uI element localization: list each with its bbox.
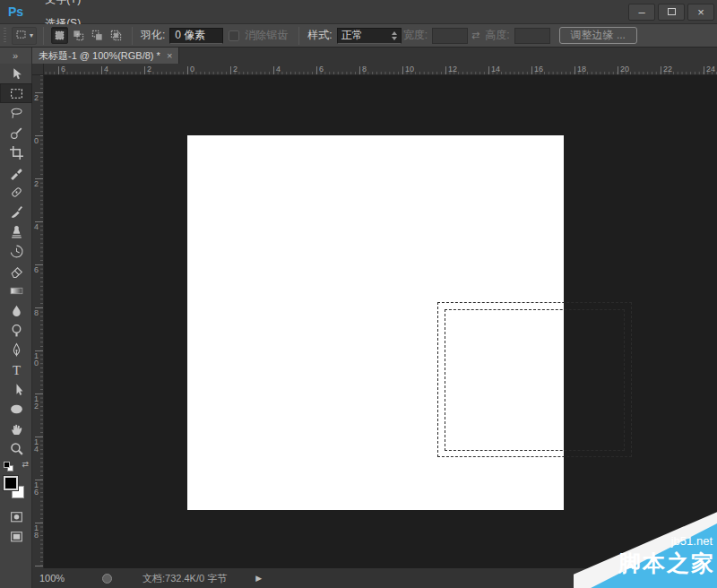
style-label: 样式: <box>307 28 332 43</box>
quick-mask-icon <box>9 509 24 524</box>
ps-logo: Ps <box>8 4 23 19</box>
antialias-label: 消除锯齿 <box>245 28 288 43</box>
watermark-site-name: 脚本之家 <box>618 549 715 578</box>
ruler-corner <box>32 64 44 75</box>
h-ruler-label: 6 <box>61 65 65 74</box>
window-controls: – × <box>628 0 717 24</box>
lasso-tool[interactable] <box>0 103 32 123</box>
separator <box>132 27 133 45</box>
blur-tool[interactable] <box>0 300 32 320</box>
v-ruler-label: 1 6 <box>34 481 39 496</box>
quick-selection-tool[interactable] <box>0 123 32 143</box>
v-ruler-label: 8 <box>34 309 39 316</box>
v-ruler-label: 0 <box>34 137 39 144</box>
dodge-tool[interactable] <box>0 320 32 340</box>
watermark: jb51.net 脚本之家 <box>574 507 717 588</box>
h-ruler-label: 2 <box>233 65 238 74</box>
h-ruler-label: 0 <box>190 65 194 74</box>
chevron-down-icon: ▾ <box>30 31 33 39</box>
status-menu-icon[interactable] <box>102 574 112 584</box>
hand-tool[interactable] <box>0 419 32 438</box>
eyedropper-tool[interactable] <box>0 162 32 182</box>
h-ruler-label: 4 <box>276 65 281 74</box>
crop-tool[interactable] <box>0 143 32 162</box>
new-selection-mode-button[interactable] <box>51 27 68 44</box>
pen-tool[interactable] <box>0 340 32 359</box>
healing-brush-tool[interactable] <box>0 182 32 202</box>
rectangular-marquee-tool[interactable] <box>0 83 32 103</box>
close-button[interactable]: × <box>687 4 714 21</box>
brush-tool[interactable] <box>0 202 32 221</box>
swap-colors-icon[interactable]: ⇄ <box>22 460 29 469</box>
screen-mode-icon <box>9 529 24 544</box>
h-ruler-label: 18 <box>577 65 586 74</box>
width-label: 宽度: <box>403 28 428 43</box>
screen-mode-button[interactable] <box>0 526 32 546</box>
v-ruler-label: 1 0 <box>34 352 39 367</box>
options-bar-grip[interactable] <box>4 28 6 44</box>
watermark-site-url: jb51.net <box>671 534 713 548</box>
v-ruler-label: 1 8 <box>34 524 39 539</box>
default-colors-icon[interactable] <box>4 462 14 472</box>
document-tab[interactable]: 未标题-1 @ 100%(RGB/8) * × <box>32 48 179 64</box>
swap-dimensions-icon[interactable]: ⇄ <box>471 30 479 41</box>
status-flyout-arrow-icon[interactable]: ▶ <box>255 574 262 583</box>
default-foreground-chip <box>4 462 10 468</box>
menu-item-4[interactable]: 文字(Y) <box>36 0 92 12</box>
selection-marching-ants-inner <box>445 309 625 451</box>
tab-bar: » 未标题-1 @ 100%(RGB/8) * × <box>0 48 717 64</box>
options-bar: ▾ 羽化: 消除锯齿 样式: 正常 宽度: ⇄ 高度: 调整边缘 ... <box>0 24 717 48</box>
v-ruler-label: 1 4 <box>34 438 39 453</box>
h-ruler-label: 8 <box>362 65 367 74</box>
zoom-tool[interactable] <box>0 438 32 458</box>
document-size-info[interactable]: 文档:732.4K/0 字节 <box>143 572 227 585</box>
svg-text:T: T <box>12 362 20 376</box>
antialias-checkbox[interactable] <box>229 30 239 41</box>
move-tool[interactable] <box>0 64 32 83</box>
minimize-button[interactable]: – <box>628 4 655 21</box>
h-ruler-label: 2 <box>147 65 151 74</box>
type-tool[interactable]: T <box>0 359 32 379</box>
foreground-swatch[interactable] <box>4 476 18 490</box>
refine-edge-button[interactable]: 调整边缘 ... <box>559 27 637 44</box>
h-ruler-label: 22 <box>663 65 672 74</box>
document-canvas[interactable] <box>187 135 564 510</box>
tab-close-icon[interactable]: × <box>167 50 172 61</box>
document-tab-title: 未标题-1 @ 100%(RGB/8) * <box>39 49 160 63</box>
v-ruler-label: 1 2 <box>34 395 39 410</box>
maximize-button[interactable] <box>658 4 685 21</box>
clone-stamp-tool[interactable] <box>0 221 32 241</box>
h-ruler-label: 14 <box>491 65 500 74</box>
stepper-arrows-icon <box>392 31 397 40</box>
v-ruler-label: 2 <box>34 180 39 187</box>
selection-mode-group <box>50 27 125 44</box>
height-input[interactable] <box>514 28 550 44</box>
subtract-selection-mode-button[interactable] <box>89 27 106 44</box>
history-brush-tool[interactable] <box>0 241 32 261</box>
h-ruler-label: 24 <box>706 65 715 74</box>
separator <box>43 27 44 45</box>
tool-preset-dropdown[interactable]: ▾ <box>12 27 37 45</box>
toolbar-collapse-button[interactable]: » <box>0 48 32 64</box>
path-selection-tool[interactable] <box>0 379 32 399</box>
v-ruler-label: 2 <box>34 94 39 101</box>
menu-bar: Ps 文件(F)编辑(E)图像(I)图层(L)文字(Y)选择(S)滤镜(T)视图… <box>0 0 717 24</box>
status-zoom-field[interactable]: 100% <box>39 573 79 584</box>
width-input[interactable] <box>432 28 468 44</box>
quick-mask-button[interactable] <box>0 506 32 526</box>
tools-panel: T ⇄ <box>0 64 32 588</box>
intersect-selection-mode-button[interactable] <box>108 27 125 44</box>
eraser-tool[interactable] <box>0 261 32 281</box>
vertical-ruler: 2024681 01 21 41 61 82 0 <box>32 75 44 568</box>
h-ruler-label: 6 <box>319 65 324 74</box>
horizontal-ruler: 642024681012141618202224 <box>44 64 717 75</box>
height-label: 高度: <box>485 28 509 43</box>
add-selection-mode-button[interactable] <box>70 27 87 44</box>
ellipse-tool[interactable] <box>0 399 32 419</box>
marquee-preset-icon <box>15 29 27 43</box>
feather-input[interactable] <box>169 28 223 44</box>
style-select-value: 正常 <box>341 28 363 43</box>
gradient-tool[interactable] <box>0 281 32 300</box>
separator <box>298 27 299 45</box>
style-select[interactable]: 正常 <box>337 28 402 44</box>
